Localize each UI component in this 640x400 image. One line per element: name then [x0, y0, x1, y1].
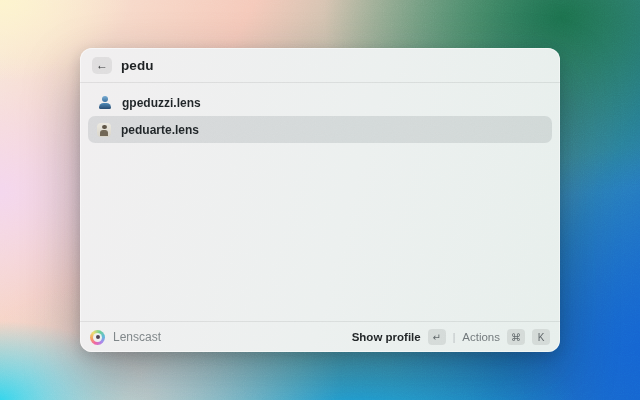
list-item-selected[interactable]: peduarte.lens — [88, 116, 552, 143]
footer-separator: | — [453, 332, 456, 343]
profile-photo-icon — [97, 123, 111, 137]
person-avatar-icon — [97, 95, 112, 110]
back-arrow-icon: ← — [96, 58, 108, 72]
search-input[interactable]: pedu — [121, 58, 154, 73]
app-name: Lenscast — [113, 330, 161, 344]
action-bar: Lenscast Show profile ↵ | Actions ⌘ K — [80, 321, 560, 352]
k-key-badge: K — [532, 329, 550, 345]
list-item[interactable]: gpeduzzi.lens — [88, 89, 552, 116]
command-key-badge: ⌘ — [507, 329, 525, 345]
result-label: gpeduzzi.lens — [122, 96, 201, 110]
lenscast-logo-icon — [90, 330, 105, 345]
search-bar: ← pedu — [80, 48, 560, 82]
desktop-wallpaper: ← pedu gpeduzzi.lens peduarte.lens Lensc… — [0, 0, 640, 400]
launcher-window: ← pedu gpeduzzi.lens peduarte.lens Lensc… — [80, 48, 560, 352]
footer-actions: Show profile ↵ | Actions ⌘ K — [352, 329, 550, 345]
return-key-badge: ↵ — [428, 329, 446, 345]
back-button[interactable]: ← — [92, 57, 112, 74]
show-profile-button[interactable]: Show profile — [352, 331, 421, 343]
actions-button[interactable]: Actions — [462, 331, 500, 343]
results-list: gpeduzzi.lens peduarte.lens — [80, 83, 560, 149]
result-label: peduarte.lens — [121, 123, 199, 137]
